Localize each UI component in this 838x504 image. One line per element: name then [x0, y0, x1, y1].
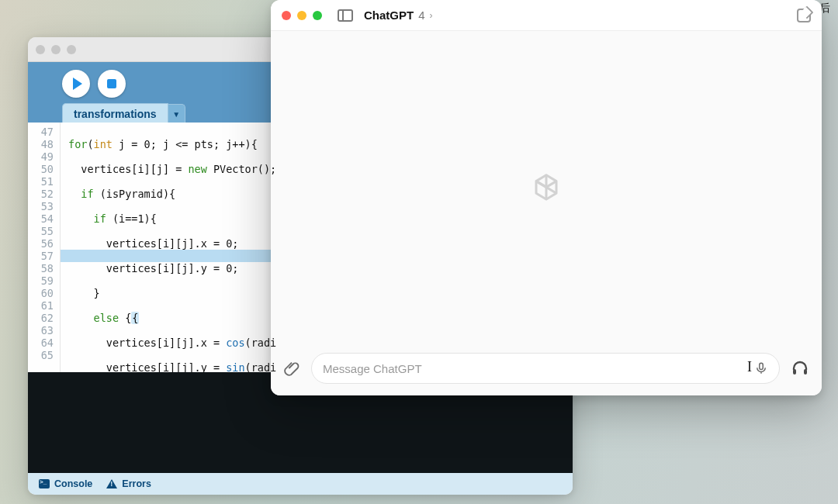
- editor-bottom-bar: Console Errors: [28, 473, 573, 495]
- chat-input-bar: [271, 347, 822, 395]
- close-dot[interactable]: [282, 11, 291, 20]
- chat-traffic-lights: [282, 11, 322, 20]
- code-area[interactable]: for(int j = 0; j <= pts; j++){ vertices[…: [61, 123, 276, 372]
- zoom-dot[interactable]: [313, 11, 322, 20]
- warning-icon: [106, 479, 117, 488]
- errors-tab[interactable]: Errors: [106, 478, 151, 489]
- chat-model-selector[interactable]: ChatGPT 4 ›: [364, 9, 433, 22]
- svg-rect-1: [793, 369, 796, 375]
- terminal-icon: [39, 479, 50, 488]
- minimize-dot[interactable]: [297, 11, 306, 20]
- line-number-gutter: 4748 4950 5152 5354 5556 5758 5960 6162 …: [28, 123, 61, 372]
- chatgpt-window: ChatGPT 4 ›: [271, 0, 822, 395]
- openai-logo-icon: [526, 169, 566, 209]
- microphone-icon[interactable]: [754, 361, 768, 375]
- chat-input-pill[interactable]: [311, 353, 780, 384]
- sidebar-toggle-icon[interactable]: [338, 9, 353, 22]
- attachment-icon[interactable]: [283, 360, 300, 377]
- chevron-right-icon: ›: [430, 10, 433, 21]
- svg-rect-2: [804, 369, 807, 375]
- console-tab[interactable]: Console: [39, 478, 92, 489]
- chat-body: [271, 31, 822, 347]
- play-icon: [73, 78, 82, 90]
- svg-rect-0: [760, 363, 764, 369]
- text-cursor-icon: [747, 361, 748, 376]
- tab-dropdown[interactable]: ▼: [168, 104, 185, 124]
- headphones-icon[interactable]: [791, 359, 809, 378]
- stop-icon: [107, 79, 116, 88]
- stop-button[interactable]: [98, 70, 126, 98]
- chat-titlebar[interactable]: ChatGPT 4 ›: [271, 0, 822, 31]
- new-chat-icon[interactable]: [797, 9, 811, 22]
- chat-input[interactable]: [323, 362, 741, 375]
- tab-transformations[interactable]: transformations: [62, 103, 168, 124]
- run-button[interactable]: [62, 70, 90, 98]
- chat-app-name: ChatGPT: [364, 9, 414, 22]
- chat-model-version: 4: [418, 9, 424, 22]
